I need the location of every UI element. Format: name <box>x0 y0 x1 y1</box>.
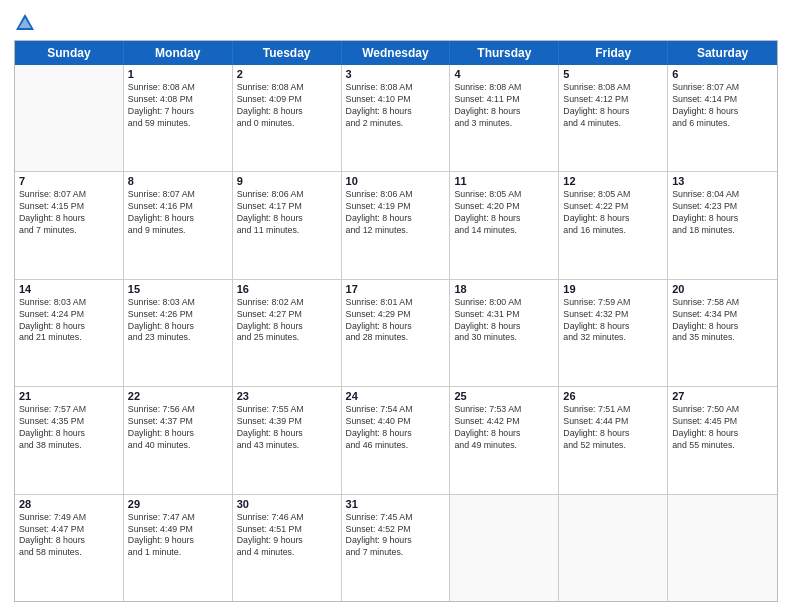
day-number: 24 <box>346 390 446 402</box>
calendar-row: 28Sunrise: 7:49 AMSunset: 4:47 PMDayligh… <box>15 495 777 601</box>
day-info: Sunrise: 7:47 AMSunset: 4:49 PMDaylight:… <box>128 512 228 560</box>
day-info: Sunrise: 8:06 AMSunset: 4:17 PMDaylight:… <box>237 189 337 237</box>
day-info: Sunrise: 8:08 AMSunset: 4:10 PMDaylight:… <box>346 82 446 130</box>
header-day: Thursday <box>450 41 559 65</box>
calendar-cell <box>15 65 124 171</box>
day-info: Sunrise: 7:49 AMSunset: 4:47 PMDaylight:… <box>19 512 119 560</box>
day-info: Sunrise: 8:03 AMSunset: 4:24 PMDaylight:… <box>19 297 119 345</box>
day-number: 4 <box>454 68 554 80</box>
day-number: 25 <box>454 390 554 402</box>
calendar: SundayMondayTuesdayWednesdayThursdayFrid… <box>14 40 778 602</box>
day-info: Sunrise: 8:08 AMSunset: 4:09 PMDaylight:… <box>237 82 337 130</box>
day-info: Sunrise: 8:07 AMSunset: 4:15 PMDaylight:… <box>19 189 119 237</box>
calendar-cell: 4Sunrise: 8:08 AMSunset: 4:11 PMDaylight… <box>450 65 559 171</box>
day-info: Sunrise: 7:54 AMSunset: 4:40 PMDaylight:… <box>346 404 446 452</box>
day-number: 7 <box>19 175 119 187</box>
calendar-body: 1Sunrise: 8:08 AMSunset: 4:08 PMDaylight… <box>15 65 777 601</box>
header-day: Tuesday <box>233 41 342 65</box>
day-info: Sunrise: 8:01 AMSunset: 4:29 PMDaylight:… <box>346 297 446 345</box>
day-number: 19 <box>563 283 663 295</box>
day-number: 8 <box>128 175 228 187</box>
calendar-cell: 1Sunrise: 8:08 AMSunset: 4:08 PMDaylight… <box>124 65 233 171</box>
calendar-cell: 13Sunrise: 8:04 AMSunset: 4:23 PMDayligh… <box>668 172 777 278</box>
logo-icon <box>14 12 36 34</box>
calendar-cell: 27Sunrise: 7:50 AMSunset: 4:45 PMDayligh… <box>668 387 777 493</box>
day-info: Sunrise: 8:08 AMSunset: 4:12 PMDaylight:… <box>563 82 663 130</box>
day-number: 12 <box>563 175 663 187</box>
calendar-cell: 6Sunrise: 8:07 AMSunset: 4:14 PMDaylight… <box>668 65 777 171</box>
calendar-cell: 29Sunrise: 7:47 AMSunset: 4:49 PMDayligh… <box>124 495 233 601</box>
calendar-cell: 19Sunrise: 7:59 AMSunset: 4:32 PMDayligh… <box>559 280 668 386</box>
day-number: 2 <box>237 68 337 80</box>
calendar-cell: 11Sunrise: 8:05 AMSunset: 4:20 PMDayligh… <box>450 172 559 278</box>
day-number: 13 <box>672 175 773 187</box>
day-info: Sunrise: 8:05 AMSunset: 4:22 PMDaylight:… <box>563 189 663 237</box>
day-number: 20 <box>672 283 773 295</box>
calendar-cell: 24Sunrise: 7:54 AMSunset: 4:40 PMDayligh… <box>342 387 451 493</box>
calendar-cell: 16Sunrise: 8:02 AMSunset: 4:27 PMDayligh… <box>233 280 342 386</box>
header-day: Saturday <box>668 41 777 65</box>
header-day: Monday <box>124 41 233 65</box>
day-info: Sunrise: 8:07 AMSunset: 4:16 PMDaylight:… <box>128 189 228 237</box>
day-number: 18 <box>454 283 554 295</box>
day-info: Sunrise: 8:08 AMSunset: 4:08 PMDaylight:… <box>128 82 228 130</box>
day-info: Sunrise: 8:00 AMSunset: 4:31 PMDaylight:… <box>454 297 554 345</box>
day-number: 15 <box>128 283 228 295</box>
day-number: 1 <box>128 68 228 80</box>
day-info: Sunrise: 8:07 AMSunset: 4:14 PMDaylight:… <box>672 82 773 130</box>
day-number: 16 <box>237 283 337 295</box>
calendar-row: 14Sunrise: 8:03 AMSunset: 4:24 PMDayligh… <box>15 280 777 387</box>
day-info: Sunrise: 7:45 AMSunset: 4:52 PMDaylight:… <box>346 512 446 560</box>
day-info: Sunrise: 7:55 AMSunset: 4:39 PMDaylight:… <box>237 404 337 452</box>
header-day: Sunday <box>15 41 124 65</box>
calendar-cell <box>559 495 668 601</box>
calendar-header: SundayMondayTuesdayWednesdayThursdayFrid… <box>15 41 777 65</box>
calendar-cell: 21Sunrise: 7:57 AMSunset: 4:35 PMDayligh… <box>15 387 124 493</box>
day-number: 30 <box>237 498 337 510</box>
day-number: 5 <box>563 68 663 80</box>
calendar-row: 7Sunrise: 8:07 AMSunset: 4:15 PMDaylight… <box>15 172 777 279</box>
header-day: Wednesday <box>342 41 451 65</box>
calendar-cell: 12Sunrise: 8:05 AMSunset: 4:22 PMDayligh… <box>559 172 668 278</box>
day-info: Sunrise: 8:03 AMSunset: 4:26 PMDaylight:… <box>128 297 228 345</box>
calendar-row: 1Sunrise: 8:08 AMSunset: 4:08 PMDaylight… <box>15 65 777 172</box>
day-info: Sunrise: 8:08 AMSunset: 4:11 PMDaylight:… <box>454 82 554 130</box>
day-number: 3 <box>346 68 446 80</box>
page-header <box>14 10 778 34</box>
calendar-cell <box>450 495 559 601</box>
day-number: 10 <box>346 175 446 187</box>
day-info: Sunrise: 7:51 AMSunset: 4:44 PMDaylight:… <box>563 404 663 452</box>
calendar-cell: 5Sunrise: 8:08 AMSunset: 4:12 PMDaylight… <box>559 65 668 171</box>
day-number: 9 <box>237 175 337 187</box>
calendar-cell: 28Sunrise: 7:49 AMSunset: 4:47 PMDayligh… <box>15 495 124 601</box>
day-info: Sunrise: 7:58 AMSunset: 4:34 PMDaylight:… <box>672 297 773 345</box>
calendar-cell: 9Sunrise: 8:06 AMSunset: 4:17 PMDaylight… <box>233 172 342 278</box>
calendar-cell: 26Sunrise: 7:51 AMSunset: 4:44 PMDayligh… <box>559 387 668 493</box>
day-info: Sunrise: 7:50 AMSunset: 4:45 PMDaylight:… <box>672 404 773 452</box>
day-info: Sunrise: 7:53 AMSunset: 4:42 PMDaylight:… <box>454 404 554 452</box>
calendar-cell: 8Sunrise: 8:07 AMSunset: 4:16 PMDaylight… <box>124 172 233 278</box>
calendar-cell: 25Sunrise: 7:53 AMSunset: 4:42 PMDayligh… <box>450 387 559 493</box>
calendar-cell: 17Sunrise: 8:01 AMSunset: 4:29 PMDayligh… <box>342 280 451 386</box>
calendar-cell: 3Sunrise: 8:08 AMSunset: 4:10 PMDaylight… <box>342 65 451 171</box>
day-info: Sunrise: 7:57 AMSunset: 4:35 PMDaylight:… <box>19 404 119 452</box>
day-number: 17 <box>346 283 446 295</box>
header-day: Friday <box>559 41 668 65</box>
day-number: 6 <box>672 68 773 80</box>
calendar-row: 21Sunrise: 7:57 AMSunset: 4:35 PMDayligh… <box>15 387 777 494</box>
calendar-cell: 7Sunrise: 8:07 AMSunset: 4:15 PMDaylight… <box>15 172 124 278</box>
logo <box>14 14 40 34</box>
calendar-cell: 30Sunrise: 7:46 AMSunset: 4:51 PMDayligh… <box>233 495 342 601</box>
calendar-cell: 15Sunrise: 8:03 AMSunset: 4:26 PMDayligh… <box>124 280 233 386</box>
calendar-cell: 23Sunrise: 7:55 AMSunset: 4:39 PMDayligh… <box>233 387 342 493</box>
day-info: Sunrise: 8:06 AMSunset: 4:19 PMDaylight:… <box>346 189 446 237</box>
day-info: Sunrise: 7:56 AMSunset: 4:37 PMDaylight:… <box>128 404 228 452</box>
day-number: 26 <box>563 390 663 402</box>
calendar-cell: 10Sunrise: 8:06 AMSunset: 4:19 PMDayligh… <box>342 172 451 278</box>
calendar-cell: 31Sunrise: 7:45 AMSunset: 4:52 PMDayligh… <box>342 495 451 601</box>
day-number: 14 <box>19 283 119 295</box>
day-info: Sunrise: 8:02 AMSunset: 4:27 PMDaylight:… <box>237 297 337 345</box>
day-info: Sunrise: 7:46 AMSunset: 4:51 PMDaylight:… <box>237 512 337 560</box>
day-number: 31 <box>346 498 446 510</box>
day-number: 28 <box>19 498 119 510</box>
